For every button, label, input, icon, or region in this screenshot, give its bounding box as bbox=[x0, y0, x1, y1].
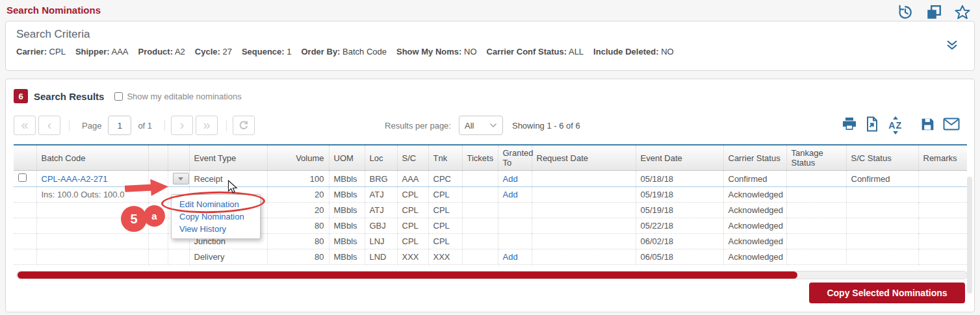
col-header-granted_to[interactable]: Granted To bbox=[498, 145, 532, 171]
cell-checkbox bbox=[14, 203, 36, 218]
cell-loc: ATJ bbox=[365, 187, 397, 203]
title-bar: Search Nominations bbox=[0, 0, 980, 21]
cell-uom: MBbls bbox=[329, 218, 365, 234]
cell-loc: ATJ bbox=[365, 203, 397, 218]
row-select-checkbox[interactable] bbox=[18, 173, 27, 182]
cell-volume: 20 bbox=[267, 187, 329, 203]
caret-down-icon bbox=[178, 177, 183, 181]
cell-menu bbox=[168, 171, 189, 187]
criteria-field-carrier-conf-status: Carrier Conf Status: ALL bbox=[487, 47, 584, 57]
page-title: Search Nominations bbox=[6, 5, 101, 16]
results-per-page-select[interactable]: All bbox=[459, 116, 503, 135]
page-label: Page bbox=[82, 121, 101, 131]
export-file-icon[interactable] bbox=[865, 116, 879, 134]
page-of-label: of 1 bbox=[138, 121, 152, 131]
page-number-input[interactable] bbox=[108, 116, 131, 135]
col-header-sc_status[interactable]: S/C Status bbox=[846, 145, 918, 171]
col-header-loc[interactable]: Loc bbox=[365, 145, 397, 171]
cell-tankage_status bbox=[786, 249, 846, 265]
cell-remarks bbox=[918, 203, 967, 218]
cell-carrier_status: Confirmed bbox=[723, 171, 786, 187]
cell-sc_status bbox=[846, 249, 918, 265]
results-table: Batch CodeEvent TypeVolumeUOMLocS/CTnkTi… bbox=[14, 144, 967, 265]
cell-tnk: CPL bbox=[428, 203, 462, 218]
first-page-button[interactable]: « bbox=[14, 116, 36, 135]
prev-page-button[interactable]: ‹ bbox=[38, 116, 60, 135]
granted-to-add-link[interactable]: Add bbox=[503, 190, 518, 199]
cell-loc: LND bbox=[365, 249, 397, 265]
toolbar-divider bbox=[226, 120, 227, 131]
col-header-carrier_status[interactable]: Carrier Status bbox=[723, 145, 786, 171]
cell-tankage_status bbox=[786, 187, 846, 203]
cell-carrier_status: Acknowledged bbox=[723, 187, 786, 203]
cell-event_date: 06/02/18 bbox=[636, 234, 723, 249]
cell-request_date bbox=[532, 249, 636, 265]
cell-granted_to: Add bbox=[498, 249, 532, 265]
cell-request_date bbox=[532, 171, 636, 187]
sort-az-icon[interactable]: AZ bbox=[887, 120, 903, 131]
cell-remarks bbox=[918, 218, 967, 234]
cell-volume: 100 bbox=[267, 171, 329, 187]
last-page-button[interactable]: » bbox=[196, 116, 218, 135]
cell-event_date: 05/19/18 bbox=[636, 203, 723, 218]
mouse-cursor-icon bbox=[227, 180, 238, 194]
toolbar-action-icons: AZ bbox=[842, 116, 966, 134]
row-actions-dropdown-button[interactable] bbox=[173, 173, 189, 184]
col-header-remarks[interactable]: Remarks bbox=[918, 145, 967, 171]
horizontal-scrollbar-thumb[interactable] bbox=[18, 271, 797, 279]
results-per-page-label: Results per page: bbox=[385, 121, 451, 131]
show-editable-checkbox[interactable] bbox=[114, 92, 123, 101]
save-icon[interactable] bbox=[920, 117, 935, 134]
col-header-tickets[interactable]: Tickets bbox=[462, 145, 498, 171]
cell-volume: 20 bbox=[267, 203, 329, 218]
cell-loc: GBJ bbox=[365, 218, 397, 234]
granted-to-add-link[interactable]: Add bbox=[503, 252, 518, 262]
annotation-arrow-icon bbox=[124, 178, 169, 197]
vertical-scrollbar-thumb[interactable] bbox=[967, 177, 972, 294]
cell-tnk: CPL bbox=[428, 187, 462, 203]
email-icon[interactable] bbox=[943, 118, 960, 133]
col-header-sc[interactable]: S/C bbox=[397, 145, 428, 171]
cell-tickets bbox=[462, 187, 498, 203]
next-page-button[interactable]: › bbox=[171, 116, 193, 135]
cell-sc: CPL bbox=[397, 234, 428, 249]
col-header-event_date[interactable]: Event Date bbox=[636, 145, 723, 171]
print-icon[interactable] bbox=[842, 117, 857, 134]
cell-tnk: CPL bbox=[428, 234, 462, 249]
cell-event_date: 05/18/18 bbox=[636, 171, 723, 187]
menu-item-view-history[interactable]: View History bbox=[172, 223, 260, 235]
granted-to-add-link[interactable]: Add bbox=[503, 174, 518, 184]
show-editable-nominations-toggle[interactable]: Show my editable nominations bbox=[114, 92, 241, 101]
cell-checkbox bbox=[14, 218, 36, 234]
cell-granted_to: Add bbox=[498, 171, 532, 187]
results-title: Search Results bbox=[34, 91, 104, 102]
copy-selected-nominations-button[interactable]: Copy Selected Nominations bbox=[809, 283, 965, 303]
results-per-page-value: All bbox=[465, 121, 474, 131]
criteria-field-include-deleted: Include Deleted: NO bbox=[593, 47, 674, 57]
refresh-button[interactable] bbox=[233, 116, 255, 135]
cell-tankage_status bbox=[786, 234, 846, 249]
batch-code-link[interactable]: CPL-AAA-A2-271 bbox=[42, 174, 108, 184]
cell-remarks bbox=[918, 171, 967, 187]
col-header-tnk[interactable]: Tnk bbox=[428, 145, 462, 171]
cell-checkbox bbox=[14, 187, 36, 203]
col-header-tankage_status[interactable]: Tankage Status bbox=[786, 145, 846, 171]
cell-volume: 80 bbox=[267, 234, 329, 249]
horizontal-scrollbar-track[interactable] bbox=[16, 271, 968, 279]
col-header-event_type[interactable]: Event Type bbox=[189, 145, 267, 171]
criteria-field-shipper: Shipper: AAA bbox=[75, 47, 129, 57]
annotation-step-badge: 5 bbox=[121, 206, 147, 232]
col-header-batch_code[interactable]: Batch Code bbox=[36, 145, 148, 171]
cell-sc: AAA bbox=[397, 171, 428, 187]
table-row: Delivery80MBblsLNDXXXXXXAdd06/05/18Ackno… bbox=[14, 249, 967, 265]
cell-tickets bbox=[462, 249, 498, 265]
cell-batch_code bbox=[36, 249, 148, 265]
cell-event_type: Delivery bbox=[189, 249, 267, 265]
col-header-uom[interactable]: UOM bbox=[329, 145, 365, 171]
results-toolbar: « ‹ Page of 1 › » Results per page: All … bbox=[14, 114, 966, 136]
cell-sc: XXX bbox=[397, 249, 428, 265]
collapse-chevron-icon[interactable] bbox=[946, 40, 959, 54]
cell-tickets bbox=[462, 171, 498, 187]
col-header-request_date[interactable]: Request Date bbox=[532, 145, 636, 171]
col-header-volume[interactable]: Volume bbox=[267, 145, 329, 171]
